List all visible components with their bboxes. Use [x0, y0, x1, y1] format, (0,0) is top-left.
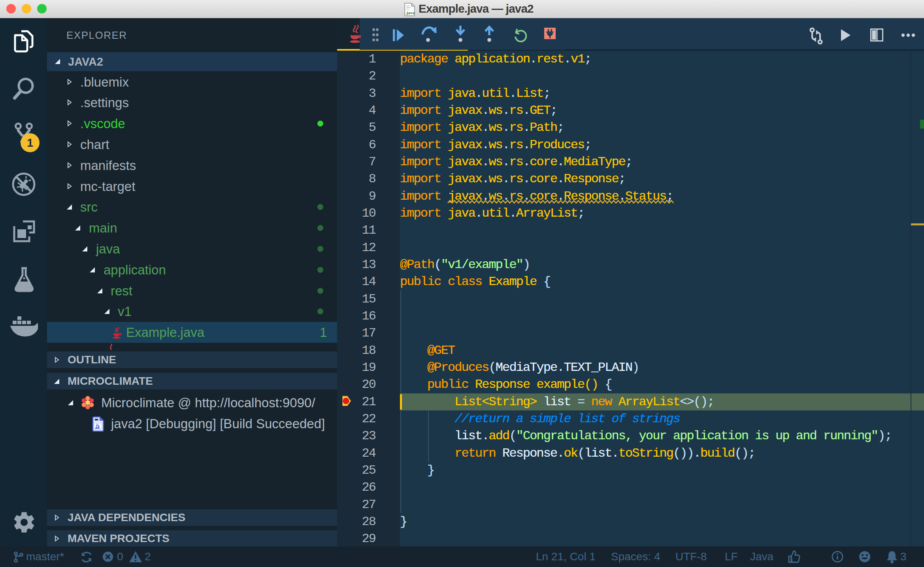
- svg-text:.java: .java: [405, 10, 415, 15]
